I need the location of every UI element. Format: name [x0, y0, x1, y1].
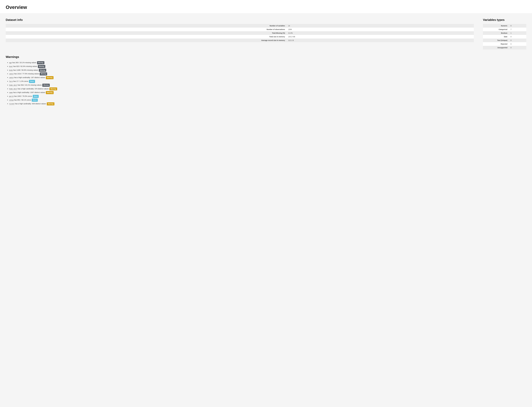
page-title: Overview [6, 5, 526, 10]
warning-text: has 891 / 68.1% zeros [14, 99, 31, 101]
row-value: 0 [509, 39, 526, 42]
row-value: 7 [509, 28, 526, 31]
warning-text: has 1014 / 77.5% missing values [14, 73, 39, 75]
two-column-layout: Dataset info Number of variables14Number… [6, 18, 526, 49]
table-row: Text (Unique)0 [483, 39, 526, 42]
variable-name[interactable]: body [9, 70, 13, 71]
warning-text: has a high cardinality: 187 distinct val… [14, 77, 45, 78]
row-value: 0 [509, 46, 526, 49]
table-row: Unsupported0 [483, 46, 526, 49]
variable-name[interactable]: age [9, 62, 12, 64]
table-row: Rejected0 [483, 42, 526, 46]
row-label: Date [483, 35, 509, 39]
list-item: name has a high cardinality: 1307 distin… [9, 91, 526, 94]
list-item: parch has 1002 / 76.5% zerosZeros [9, 94, 526, 98]
warning-badge: Warning [49, 87, 57, 91]
row-value: 0 [509, 35, 526, 39]
dataset-info-title: Dataset info [6, 18, 474, 22]
dataset-info-section: Dataset info Number of variables14Number… [6, 18, 474, 49]
list-item: boat has 823 / 62.9% missing valuesMissi… [9, 65, 526, 68]
warning-text: has a high cardinality: 370 distinct val… [17, 88, 49, 90]
warnings-section: Warnings age has 263 / 20.1% missing val… [6, 55, 526, 105]
warnings-title: Warnings [6, 55, 526, 59]
variable-name[interactable]: cabin [9, 73, 14, 75]
list-item: fare has 17 / 1.3% zerosZeros [9, 80, 526, 83]
variable-name[interactable]: fare [9, 81, 13, 82]
list-item: home.dest has 564 / 43.1% missing values… [9, 83, 526, 87]
warning-text: has 1002 / 76.5% zeros [14, 95, 32, 97]
row-label: Number of variables [6, 24, 287, 28]
list-item: body has 1188 / 90.8% missing valuesMiss… [9, 69, 526, 72]
row-value: 143.2 KiB [287, 35, 474, 39]
list-item: home.dest has a high cardinality: 370 di… [9, 87, 526, 91]
table-row: Average record size in memory112.1 B [6, 39, 474, 42]
table-row: Number of observations1309 [6, 28, 474, 31]
variable-name[interactable]: ticket [9, 103, 15, 105]
row-value: 1309 [287, 28, 474, 31]
variables-types-section: Variables types Numeric6Categorical7Bool… [483, 18, 526, 49]
row-value: 14 [287, 24, 474, 28]
warning-text: has 823 / 62.9% missing values [13, 65, 37, 67]
variable-name[interactable]: home.dest [9, 84, 17, 86]
row-label: Boolean [483, 31, 509, 35]
row-label: Total Missing (%) [6, 31, 287, 35]
row-label: Text (Unique) [483, 39, 509, 42]
warning-badge: Zeros [29, 80, 35, 83]
row-value: 21.0% [287, 31, 474, 35]
table-row: Number of variables14 [6, 24, 474, 28]
warning-badge: Missing [39, 69, 46, 72]
row-label: Categorical [483, 28, 509, 31]
row-label: Average record size in memory [6, 39, 287, 42]
page-content: Dataset info Number of variables14Number… [0, 14, 532, 110]
warning-badge: Missing [37, 61, 44, 64]
warning-text: has 263 / 20.1% missing values [12, 62, 36, 63]
row-label: Number of observations [6, 28, 287, 31]
variable-name[interactable]: sibsp [9, 99, 14, 101]
table-row: Date0 [483, 35, 526, 39]
table-row: Total size in memory143.2 KiB [6, 35, 474, 39]
variables-types-table: Numeric6Categorical7Boolean1Date0Text (U… [483, 24, 526, 49]
variable-name[interactable]: parch [9, 95, 14, 97]
warning-badge: Warning [47, 102, 55, 105]
variable-name[interactable]: cabin [9, 77, 14, 79]
row-label: Total size in memory [6, 35, 287, 39]
warning-text: has 17 / 1.3% zeros [13, 80, 28, 82]
warning-text: has 1188 / 90.8% missing values [13, 69, 38, 71]
table-row: Numeric6 [483, 24, 526, 28]
warning-badge: Warning [46, 91, 54, 94]
table-row: Total Missing (%)21.0% [6, 31, 474, 35]
warning-badge: Missing [42, 84, 50, 87]
row-label: Rejected [483, 42, 509, 46]
page-header: Overview [0, 0, 532, 14]
warning-badge: Missing [40, 72, 47, 75]
row-value: 0 [509, 42, 526, 46]
warning-text: has a high cardinality: 939 distinct val… [15, 103, 46, 105]
list-item: sibsp has 891 / 68.1% zerosZeros [9, 98, 526, 102]
table-row: Categorical7 [483, 28, 526, 31]
list-item: ticket has a high cardinality: 939 disti… [9, 102, 526, 105]
variable-name[interactable]: home.dest [9, 88, 17, 90]
row-label: Numeric [483, 24, 509, 28]
warning-text: has 564 / 43.1% missing values [17, 84, 42, 86]
variables-types-title: Variables types [483, 18, 526, 22]
table-row: Boolean1 [483, 31, 526, 35]
warning-badge: Missing [38, 65, 45, 68]
warning-text: has a high cardinality: 1307 distinct va… [13, 91, 45, 93]
warning-badge: Zeros [32, 99, 38, 102]
row-value: 112.1 B [287, 39, 474, 42]
list-item: age has 263 / 20.1% missing valuesMissin… [9, 61, 526, 64]
row-value: 1 [509, 31, 526, 35]
list-item: cabin has a high cardinality: 187 distin… [9, 76, 526, 79]
row-value: 6 [509, 24, 526, 28]
variable-name[interactable]: name [9, 92, 13, 94]
list-item: cabin has 1014 / 77.5% missing valuesMis… [9, 72, 526, 75]
warning-badge: Zeros [33, 95, 39, 98]
dataset-info-table: Number of variables14Number of observati… [6, 24, 474, 42]
row-label: Unsupported [483, 46, 509, 49]
warning-badge: Warning [46, 76, 54, 79]
warnings-list: age has 263 / 20.1% missing valuesMissin… [6, 61, 526, 105]
variable-name[interactable]: boat [9, 66, 13, 68]
